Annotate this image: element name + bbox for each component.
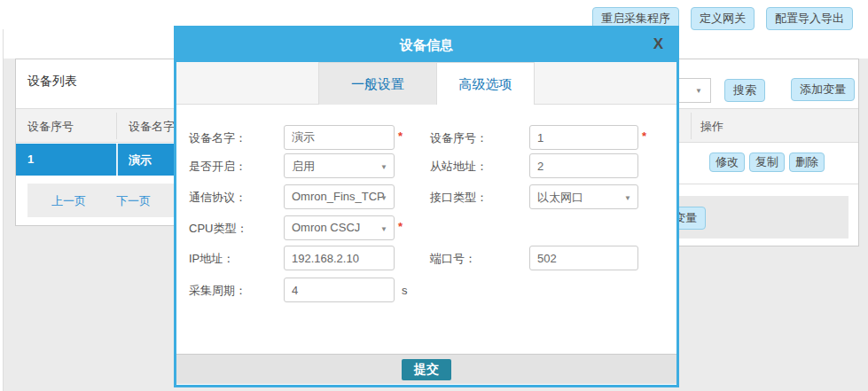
protocol-value: Omron_Fins_TCP (292, 190, 385, 203)
modal-footer: 提交 (176, 354, 676, 384)
enabled-label: 是否开启： (189, 159, 246, 175)
device-list-panel-right: ▼ 搜索 添加变量 操作 修改 复制 删除 变量 (679, 59, 859, 246)
search-filter-select[interactable]: ▼ (679, 78, 711, 103)
dropdown-arrow-icon: ▼ (695, 87, 702, 95)
cell-device-serial: 1 (27, 152, 34, 166)
table-row-actions-cell: 修改 复制 删除 (679, 144, 858, 184)
protocol-label: 通信协议： (189, 190, 246, 206)
modal-tabs: 一般设置 高级选项 (176, 62, 676, 105)
column-divider (116, 113, 117, 139)
prev-page-link[interactable]: 上一页 (51, 193, 86, 209)
table-header-actions: 操作 (679, 108, 858, 143)
config-import-export-button[interactable]: 配置导入导出 (766, 7, 853, 30)
ip-address-input[interactable] (284, 246, 395, 270)
enabled-select[interactable]: 启用 ▼ (284, 153, 395, 178)
modal-body: 设备名字： * 设备序号： * 是否开启： 启用 ▼ 从站地址： (176, 105, 676, 354)
next-page-link[interactable]: 下一页 (116, 193, 151, 209)
device-list-title: 设备列表 (27, 74, 77, 90)
edit-button[interactable]: 修改 (709, 152, 745, 172)
tab-advanced-options[interactable]: 高级选项 (437, 62, 535, 105)
required-asterisk: * (642, 129, 646, 143)
define-gateway-button[interactable]: 定义网关 (691, 7, 755, 30)
search-button[interactable]: 搜索 (724, 79, 765, 102)
interface-type-value: 以太网口 (537, 191, 583, 204)
device-serial-label: 设备序号： (430, 130, 488, 146)
device-serial-input[interactable] (529, 125, 638, 150)
tab-general-settings[interactable]: 一般设置 (318, 62, 437, 105)
column-header-name: 设备名字 (129, 119, 175, 135)
poll-period-input[interactable] (284, 278, 395, 302)
device-name-input[interactable] (284, 125, 395, 150)
modal-title: 设备信息 (176, 37, 676, 54)
interface-type-label: 接口类型： (430, 190, 488, 206)
copy-button[interactable]: 复制 (749, 152, 785, 172)
port-input[interactable] (529, 246, 638, 270)
required-asterisk: * (398, 129, 403, 143)
required-asterisk: * (398, 220, 403, 233)
dropdown-arrow-icon: ▼ (380, 225, 387, 233)
protocol-select[interactable]: Omron_Fins_TCP ▼ (284, 184, 395, 209)
dropdown-arrow-icon: ▼ (624, 194, 631, 202)
device-info-modal: 设备信息 X 一般设置 高级选项 设备名字： * 设备序号： * 是否开启： 启… (174, 26, 679, 387)
slave-address-label: 从站地址： (430, 159, 488, 175)
dropdown-arrow-icon: ▼ (380, 194, 387, 202)
device-name-label: 设备名字： (189, 130, 246, 146)
delete-button[interactable]: 删除 (789, 152, 825, 172)
poll-period-unit: s (402, 284, 408, 297)
column-header-actions: 操作 (700, 119, 723, 135)
poll-period-label: 采集周期： (189, 283, 246, 299)
dropdown-arrow-icon: ▼ (380, 163, 387, 171)
add-variable-button[interactable]: 添加变量 (791, 78, 855, 101)
cpu-type-select[interactable]: Omron CSCJ ▼ (284, 215, 395, 240)
variable-toolbar: 变量 (679, 196, 848, 239)
column-divider (116, 144, 118, 176)
column-header-serial: 设备序号 (27, 119, 74, 135)
enabled-value: 启用 (292, 160, 315, 173)
screen: 重启采集程序 定义网关 配置导入导出 设备列表 设备序号 设备名字 1 演示 上… (0, 0, 868, 391)
cpu-type-value: Omron CSCJ (292, 221, 360, 234)
cpu-type-label: CPU类型： (189, 221, 247, 237)
cell-device-name: 演示 (129, 152, 152, 168)
column-divider (691, 113, 692, 139)
submit-button[interactable]: 提交 (402, 359, 451, 380)
slave-address-input[interactable] (529, 153, 638, 178)
close-icon[interactable]: X (653, 35, 663, 53)
modal-header: 设备信息 X (176, 28, 676, 62)
ip-address-label: IP地址： (189, 251, 234, 267)
interface-type-select[interactable]: 以太网口 ▼ (529, 184, 638, 209)
port-label: 端口号： (430, 251, 476, 267)
container-left-border (3, 18, 4, 391)
